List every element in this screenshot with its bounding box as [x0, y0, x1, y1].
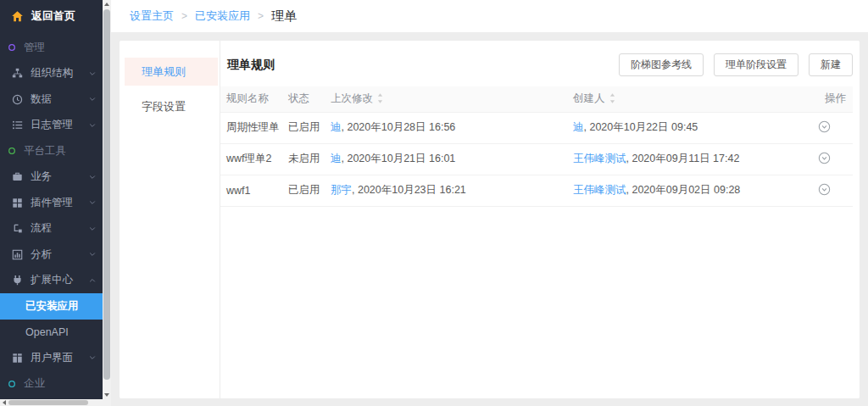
vertical-scroll-track[interactable]: [103, 8, 111, 391]
sidebar-item-label: 组织结构: [31, 66, 88, 81]
breadcrumb-current: 理单: [271, 8, 297, 25]
user-link[interactable]: 王伟峰测试: [573, 153, 626, 164]
plugin-icon: [11, 197, 23, 209]
settings-panel: 理单规则 字段设置 理单规则 阶梯图参考线 理单阶段设置 新建: [120, 41, 860, 398]
sidebar-item-label: 管理: [24, 41, 103, 55]
sidebar-item-label: 用户界面: [31, 351, 88, 365]
creator-cell: 迪, 2020年10月22日 09:45: [570, 112, 814, 143]
create-new-button[interactable]: 新建: [809, 53, 853, 76]
sidebar-item-analysis[interactable]: 分析: [0, 242, 103, 268]
sidebar-group-platform-tools[interactable]: 平台工具: [0, 138, 103, 164]
section-title: 理单规则: [227, 58, 275, 73]
user-link[interactable]: 迪: [331, 121, 342, 133]
vertical-scroll-thumb[interactable]: [103, 9, 110, 380]
toolbar: 阶梯图参考线 理单阶段设置 新建: [619, 53, 853, 76]
sidebar-item-label: 返回首页: [31, 8, 75, 24]
status-cell: 未启用: [285, 143, 327, 175]
horizontal-scroll-track[interactable]: [8, 399, 103, 406]
chevron-down-icon: [88, 70, 97, 78]
horizontal-scroll-thumb[interactable]: [8, 400, 88, 405]
table-header-row: 规则名称 状态 上次修改 创建人 操作: [220, 86, 853, 112]
panel-body: 理单规则 阶梯图参考线 理单阶段设置 新建 规则名称 状态: [220, 41, 860, 398]
settings-subnav: 理单规则 字段设置: [120, 41, 220, 398]
row-expand-chevron-circle-icon[interactable]: [818, 152, 831, 164]
main-area: 设置主页 > 已安装应用 > 理单 理单规则 字段设置 理单规则 阶梯图参考线: [111, 0, 868, 406]
sidebar-item-business[interactable]: 业务: [0, 164, 103, 191]
column-header-actions: 操作: [814, 86, 853, 112]
sidebar-group-management[interactable]: 管理: [0, 35, 103, 61]
actions-cell: [814, 143, 853, 175]
home-icon: [11, 10, 24, 23]
table-row: 周期性理单已启用迪, 2020年10月28日 16:56迪, 2020年10月2…: [220, 112, 853, 143]
sidebar-item-label: 插件管理: [31, 196, 88, 210]
sidebar-item-org-structure[interactable]: 组织结构: [0, 61, 103, 87]
extension-icon: [11, 275, 23, 286]
row-expand-chevron-circle-icon[interactable]: [818, 120, 831, 133]
rule-name-cell: 周期性理单: [220, 112, 285, 143]
chevron-down-icon: [88, 353, 97, 362]
sidebar-vertical-scrollbar[interactable]: [103, 0, 111, 399]
column-header-last-modified[interactable]: 上次修改: [327, 86, 570, 112]
sidebar-item-user-interface[interactable]: 用户界面: [0, 345, 103, 371]
sidebar-item-plugin-management[interactable]: 插件管理: [0, 190, 103, 216]
chart-icon: [11, 248, 23, 260]
sidebar-item-label: 业务: [31, 170, 88, 184]
chevron-down-icon: [88, 198, 97, 207]
row-expand-chevron-circle-icon[interactable]: [818, 183, 831, 196]
rule-name-cell: wwf1: [220, 175, 285, 206]
creator-cell: 王伟峰测试, 2020年09月11日 17:42: [570, 143, 814, 175]
column-header-creator[interactable]: 创建人: [570, 86, 814, 112]
clock-icon: [11, 93, 23, 105]
sidebar-item-label: 已安装应用: [25, 299, 79, 314]
sidebar-item-label: 分析: [31, 247, 88, 262]
category-ring-icon: [6, 42, 18, 53]
sidebar-item-label: OpenAPI: [25, 326, 69, 338]
sidebar-item-installed-apps[interactable]: 已安装应用: [0, 293, 103, 320]
last-modified-cell: 迪, 2020年10月28日 16:56: [327, 112, 570, 143]
sidebar-item-data[interactable]: 数据: [0, 86, 103, 113]
sidebar-item-label: 平台工具: [24, 144, 103, 159]
chevron-down-icon: [88, 225, 97, 233]
sidebar-item-label: 企业: [24, 376, 103, 391]
sidebar-item-label: 数据: [31, 92, 88, 107]
sidebar-horizontal-scrollbar[interactable]: [0, 399, 103, 406]
chevron-down-icon: [88, 121, 97, 130]
actions-cell: [814, 112, 853, 143]
sidebar-item-log-management[interactable]: 日志管理: [0, 113, 103, 139]
status-cell: 已启用: [285, 112, 327, 143]
breadcrumb-link-installed-apps[interactable]: 已安装应用: [195, 8, 250, 24]
chevron-down-icon: [88, 250, 97, 259]
user-link[interactable]: 王伟峰测试: [573, 184, 626, 196]
column-header-status: 状态: [285, 86, 327, 112]
sidebar-item-label: 流程: [31, 221, 88, 236]
lidan-stage-settings-button[interactable]: 理单阶段设置: [714, 53, 798, 76]
sidebar-item-extension-center[interactable]: 扩展中心: [0, 268, 103, 294]
scroll-left-arrow-icon[interactable]: [0, 399, 8, 406]
subnav-item-field-settings[interactable]: 字段设置: [125, 92, 218, 120]
subnav-item-lidan-rules[interactable]: 理单规则: [125, 58, 218, 86]
column-header-rule-name: 规则名称: [220, 86, 285, 112]
sidebar-item-label: 扩展中心: [31, 273, 88, 287]
actions-cell: [814, 175, 853, 206]
sidebar-item-openapi[interactable]: OpenAPI: [0, 320, 103, 346]
chevron-up-icon: [88, 276, 97, 285]
sort-icon[interactable]: [609, 92, 616, 107]
user-link[interactable]: 迪: [573, 121, 584, 133]
flow-icon: [11, 223, 23, 235]
table-row: wwf理单2未启用迪, 2020年10月21日 16:01王伟峰测试, 2020…: [220, 143, 853, 175]
sort-icon[interactable]: [376, 92, 384, 107]
user-link[interactable]: 迪: [331, 153, 342, 164]
sidebar-item-label: 日志管理: [31, 118, 88, 132]
sidebar-item-back-home[interactable]: 返回首页: [0, 0, 103, 31]
scroll-down-arrow-icon[interactable]: [103, 391, 111, 399]
sidebar-nav: 管理组织结构数据日志管理平台工具业务插件管理流程分析扩展中心已安装应用OpenA…: [0, 31, 103, 397]
last-modified-cell: 那宇, 2020年10月23日 16:21: [327, 175, 570, 206]
sidebar-group-enterprise[interactable]: 企业: [0, 371, 103, 398]
breadcrumb-link-settings-home[interactable]: 设置主页: [130, 8, 174, 24]
content-area: 理单规则 字段设置 理单规则 阶梯图参考线 理单阶段设置 新建: [111, 32, 868, 406]
sidebar-item-flow[interactable]: 流程: [0, 216, 103, 242]
breadcrumb-separator: >: [181, 10, 187, 22]
ladder-chart-reference-line-button[interactable]: 阶梯图参考线: [619, 53, 704, 76]
scroll-up-arrow-icon[interactable]: [103, 0, 111, 8]
user-link[interactable]: 那宇: [331, 184, 352, 196]
